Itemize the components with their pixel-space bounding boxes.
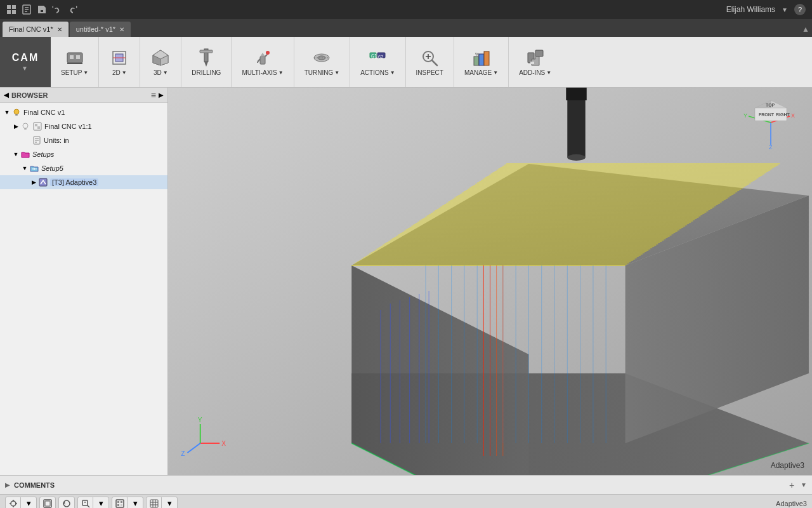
manage-button[interactable]: % MANAGE ▼ [459, 45, 503, 79]
tree-item-setups[interactable]: ▼ Setups [0, 147, 167, 161]
tree-label-final-cnc-v1-1: Final CNC v1:1 [44, 123, 92, 130]
document-icon [32, 135, 42, 145]
comments-label: COMMENTS [14, 481, 785, 489]
snap-tools-group: ▾ [5, 497, 37, 509]
drilling-icon [196, 48, 216, 68]
tree-label-setups: Setups [32, 150, 54, 158]
3d-label: 3D ▼ [154, 69, 168, 76]
display-dropdown-icon[interactable]: ▾ [128, 497, 143, 509]
drilling-button[interactable]: DRILLING [187, 45, 226, 79]
2d-button[interactable]: 2D ▼ [104, 45, 134, 79]
cnc-spindle [566, 88, 586, 100]
svg-point-189 [11, 501, 16, 506]
tree-item-final-cnc-v1-1[interactable]: ▶ Final CNC v1:1 [0, 119, 167, 133]
toolbar-group-actions: G1 G2 ACTIONS ▼ [350, 37, 405, 87]
tree-label-adaptive3: [T3] Adaptive3 [50, 178, 98, 186]
svg-marker-20 [204, 62, 208, 67]
actions-label: ACTIONS ▼ [360, 69, 395, 76]
tab-untitled-close[interactable]: ✕ [119, 26, 124, 33]
save-icon[interactable] [37, 4, 47, 15]
browser-title: BROWSER [11, 91, 48, 99]
actions-button[interactable]: G1 G2 ACTIONS ▼ [355, 45, 400, 79]
grid-dropdown-icon[interactable]: ▾ [162, 497, 177, 509]
svg-rect-36 [474, 57, 479, 65]
cam-label: CAM [12, 52, 39, 64]
frame-button[interactable] [40, 497, 55, 509]
svg-rect-2 [7, 10, 11, 14]
tree-item-units[interactable]: Units: in [0, 133, 167, 147]
manage-arrow-icon: ▼ [493, 70, 498, 76]
main-area: ◀ BROWSER ≡ ▶ ▼ Final CNC v1 [0, 88, 812, 475]
display-tools-group: ▾ [112, 497, 143, 509]
expand-comments-icon[interactable]: ▶ [5, 481, 10, 488]
addins-arrow-icon: ▼ [546, 70, 551, 76]
orbit-button[interactable] [59, 497, 74, 509]
turning-label: TURNING ▼ [304, 69, 339, 76]
addins-button[interactable]: ADD-INS ▼ [514, 45, 556, 79]
collapse-comments-icon[interactable]: ▼ [801, 481, 807, 488]
browser-collapse-right-icon[interactable]: ▶ [159, 91, 164, 98]
tab-collapse-icon[interactable]: ▲ [799, 22, 812, 37]
zoom-dropdown-icon[interactable]: ▾ [93, 497, 108, 509]
zoom-tools-group: ▾ [77, 497, 109, 509]
tree-item-final-cnc-v1[interactable]: ▼ Final CNC v1 [0, 105, 167, 119]
svg-text:Y: Y [743, 112, 747, 119]
turning-button[interactable]: TURNING ▼ [299, 45, 344, 79]
grid-icon[interactable] [6, 4, 16, 15]
file-icon[interactable] [22, 4, 32, 15]
tab-final-cnc-close[interactable]: ✕ [57, 26, 62, 33]
tab-untitled[interactable]: untitled-* v1* ✕ [70, 22, 131, 37]
folder-icon [20, 149, 30, 159]
tab-untitled-label: untitled-* v1* [76, 25, 115, 33]
browser-tree: ▼ Final CNC v1 ▶ [0, 103, 167, 475]
tree-expand-setup5[interactable]: ▼ [20, 165, 29, 171]
user-name[interactable]: Elijah Williams [726, 5, 775, 14]
tab-final-cnc[interactable]: Final CNC v1* ✕ [3, 22, 69, 37]
tabbar: Final CNC v1* ✕ untitled-* v1* ✕ ▲ [0, 19, 812, 37]
help-icon[interactable]: ? [794, 4, 806, 15]
browser-collapse-left-icon[interactable]: ◀ [4, 91, 9, 98]
tree-expand-final-cnc-1[interactable]: ▶ [11, 123, 20, 130]
3d-button[interactable]: 3D ▼ [145, 45, 176, 79]
toolbar: CAM ▼ SETUP ▼ [0, 37, 812, 88]
add-comment-icon[interactable]: + [789, 480, 794, 490]
toolbar-group-turning: TURNING ▼ [294, 37, 350, 87]
tree-expand-adaptive3[interactable]: ▶ [29, 179, 38, 185]
svg-rect-38 [484, 51, 489, 65]
tree-expand-setups[interactable]: ▼ [11, 151, 20, 157]
redo-icon[interactable] [67, 4, 77, 15]
snap-tool-button[interactable] [6, 497, 21, 509]
svg-rect-42 [530, 62, 534, 64]
svg-rect-204 [121, 504, 122, 506]
snap-dropdown-icon[interactable]: ▾ [21, 497, 36, 509]
turning-icon [311, 48, 332, 68]
toolbar-group-2d: 2D ▼ [99, 37, 140, 87]
tree-expand-final-cnc[interactable]: ▼ [3, 109, 11, 116]
grid-button[interactable] [147, 497, 162, 509]
setup-button[interactable]: SETUP ▼ [56, 45, 93, 79]
cam-button[interactable]: CAM ▼ [0, 37, 51, 87]
toolbar-group-addins: ADD-INS ▼ [509, 37, 561, 87]
svg-rect-209 [150, 500, 158, 507]
viewcube[interactable]: Z X Y TOP FRONT RIGHT [742, 94, 799, 151]
tree-item-adaptive3[interactable]: ▶ [T3] Adaptive3 [0, 175, 167, 189]
viewport[interactable]: X Y Z Z X Y [168, 88, 812, 475]
tree-label-setup5: Setup5 [41, 164, 63, 172]
browser-options-icon[interactable]: ≡ [151, 90, 156, 100]
zoom-window-button[interactable] [78, 497, 93, 509]
cam-dropdown-icon: ▼ [22, 65, 29, 72]
setup-label: SETUP ▼ [61, 69, 88, 76]
inspect-button[interactable]: INSPECT [411, 45, 449, 79]
toolbar-group-inspect: INSPECT [406, 37, 454, 87]
display-mode-button[interactable] [112, 497, 128, 509]
svg-rect-44 [15, 114, 18, 116]
user-dropdown-icon[interactable]: ▼ [782, 6, 788, 13]
viewcube-svg[interactable]: Z X Y TOP FRONT RIGHT [742, 94, 799, 151]
tree-item-setup5[interactable]: ▼ Setup5 [0, 161, 167, 175]
svg-rect-46 [24, 128, 27, 130]
undo-icon[interactable] [52, 4, 62, 15]
titlebar-left [6, 4, 77, 15]
bottom-toolbar-right: Adaptive3 [776, 500, 807, 507]
svg-point-43 [14, 109, 19, 114]
multiaxis-button[interactable]: MULTI-AXIS ▼ [237, 45, 288, 79]
